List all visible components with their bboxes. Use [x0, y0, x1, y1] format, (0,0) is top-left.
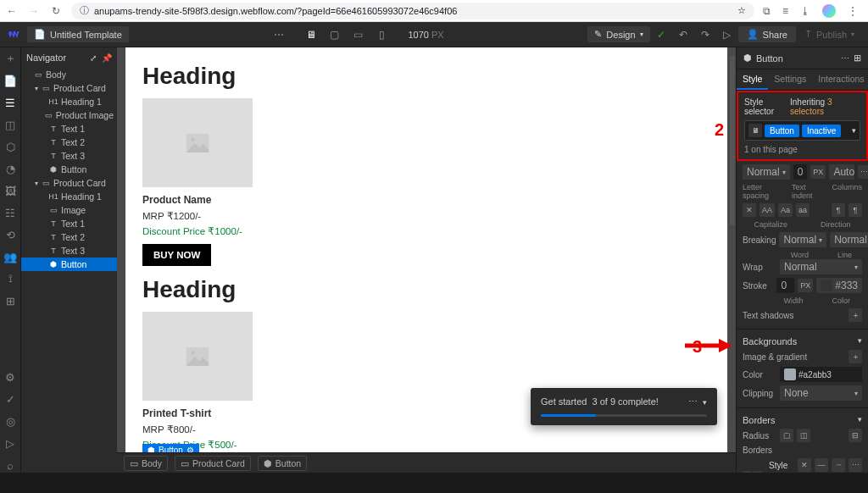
- add-icon[interactable]: ＋: [3, 51, 18, 66]
- border-dashed-icon[interactable]: ┄: [832, 458, 845, 472]
- more-icon[interactable]: ⋯: [268, 25, 290, 44]
- logic-icon[interactable]: ⟲: [3, 227, 18, 242]
- tab-settings[interactable]: Settings: [768, 69, 812, 90]
- add-icon[interactable]: ＋: [849, 350, 862, 363]
- styles-icon[interactable]: ◔: [3, 161, 18, 176]
- close-icon[interactable]: ✕: [743, 203, 756, 217]
- ltr-icon[interactable]: ¶: [832, 203, 845, 217]
- capitalize-button[interactable]: Aa: [778, 203, 793, 217]
- tree-item[interactable]: ▾▭Product Card: [21, 176, 117, 190]
- bg-color-input[interactable]: #a2abb3: [780, 367, 862, 382]
- collapse-icon[interactable]: ⤢: [90, 53, 97, 63]
- border-solid-icon[interactable]: —: [815, 458, 828, 472]
- stroke-color[interactable]: #333: [816, 278, 862, 293]
- mode-selector[interactable]: ✎ Design ▾: [587, 26, 649, 42]
- wrap-select[interactable]: Normal▾: [780, 259, 862, 274]
- pin-icon[interactable]: 📌: [102, 53, 112, 63]
- desktop-icon[interactable]: 🖥: [300, 25, 322, 44]
- check-icon[interactable]: ✓: [650, 25, 672, 44]
- product-name[interactable]: Product Name: [142, 194, 710, 206]
- tree-item[interactable]: ▭Image: [21, 203, 117, 217]
- italic-select[interactable]: Normal▾: [743, 164, 790, 180]
- selector-chip[interactable]: Button: [765, 125, 799, 137]
- word-break-select[interactable]: Normal▾: [779, 232, 826, 247]
- tree-item[interactable]: TText 3: [21, 149, 117, 163]
- tree-item[interactable]: TText 3: [21, 244, 117, 258]
- tree-item[interactable]: H1Heading 1: [21, 190, 117, 203]
- variables-icon[interactable]: ⬡: [3, 139, 18, 154]
- unit-toggle[interactable]: ⊟: [849, 429, 862, 442]
- border-dotted-icon[interactable]: ⋯: [849, 458, 862, 472]
- reload-icon[interactable]: ↻: [49, 5, 63, 17]
- assets-icon[interactable]: 🖼: [3, 183, 18, 198]
- extension-icon[interactable]: ≡: [782, 5, 788, 17]
- selector-input[interactable]: 🖥 Button Inactive ▾: [744, 120, 860, 141]
- product-discount[interactable]: Discount Price ₹500/-: [142, 439, 710, 451]
- chevron-down-icon[interactable]: ▾: [858, 415, 862, 425]
- publish-button[interactable]: ⤒ Publish ▾: [796, 26, 863, 42]
- breadcrumb-item[interactable]: ▭Product Card: [175, 456, 251, 471]
- tree-item[interactable]: TText 1: [21, 217, 117, 230]
- more-icon[interactable]: ⋯: [841, 53, 849, 63]
- auto-select[interactable]: Auto▾: [829, 164, 854, 180]
- chevron-down-icon[interactable]: ▾: [703, 398, 707, 407]
- tab-style[interactable]: Style: [737, 69, 768, 90]
- tree-item[interactable]: TText 1: [21, 122, 117, 136]
- selected-element-tag[interactable]: ⬢ Button ⚙: [142, 444, 199, 452]
- search-icon[interactable]: ⌕: [3, 457, 18, 473]
- audit-icon[interactable]: ✓: [3, 391, 18, 407]
- more-icon[interactable]: ⋯: [688, 396, 698, 407]
- video-icon[interactable]: ▷: [3, 435, 18, 451]
- site-info-icon[interactable]: ⓘ: [80, 4, 89, 17]
- gear-icon[interactable]: ⚙: [186, 446, 194, 452]
- canvas-width[interactable]: 1070 PX: [403, 30, 449, 40]
- image-placeholder[interactable]: [142, 98, 253, 187]
- heading[interactable]: Heading: [142, 276, 710, 303]
- image-placeholder[interactable]: [142, 312, 253, 401]
- value-input[interactable]: 0: [793, 164, 808, 180]
- border-none-icon[interactable]: ✕: [798, 458, 811, 472]
- ecommerce-icon[interactable]: ⟟: [3, 271, 18, 286]
- webflow-logo-icon[interactable]: [5, 26, 22, 43]
- tree-item[interactable]: ⬢Button: [21, 163, 117, 176]
- settings-icon[interactable]: ⊞: [854, 53, 861, 64]
- tree-item[interactable]: TText 2: [21, 136, 117, 149]
- apps-icon[interactable]: ⊞: [3, 293, 18, 308]
- undo-icon[interactable]: ↶: [672, 25, 694, 44]
- desktop-icon[interactable]: 🖥: [748, 124, 762, 137]
- redo-icon[interactable]: ↷: [694, 25, 716, 44]
- tree-item[interactable]: ▾▭Product Card: [21, 81, 117, 95]
- components-icon[interactable]: ◫: [3, 117, 18, 132]
- selector-chip[interactable]: Inactive: [802, 125, 841, 137]
- stroke-width-input[interactable]: 0: [776, 278, 794, 293]
- menu-icon[interactable]: ⋮: [848, 5, 858, 17]
- preview-icon[interactable]: ▷: [716, 25, 738, 44]
- product-mrp[interactable]: MRP ₹1200/-: [142, 210, 710, 222]
- profile-avatar[interactable]: [822, 4, 836, 18]
- radius-all-icon[interactable]: ▢: [780, 429, 793, 442]
- back-icon[interactable]: ←: [5, 5, 19, 17]
- radius-ind-icon[interactable]: ◫: [797, 429, 810, 442]
- add-icon[interactable]: ＋: [849, 308, 862, 322]
- product-card[interactable]: Heading Product Name MRP ₹1200/- Discoun…: [142, 63, 710, 266]
- line-break-select[interactable]: Normal▾: [830, 232, 868, 247]
- chevron-down-icon[interactable]: ▾: [858, 336, 862, 346]
- tab-interactions[interactable]: Interactions: [812, 69, 868, 90]
- border-side[interactable]: [753, 471, 762, 474]
- rtl-icon[interactable]: ¶: [849, 203, 862, 217]
- heading[interactable]: Heading: [142, 63, 710, 90]
- unit[interactable]: PX: [810, 165, 826, 179]
- navigator-icon[interactable]: ☰: [3, 95, 18, 110]
- tree-item[interactable]: ▭Product Image: [21, 108, 117, 122]
- chevron-down-icon[interactable]: ▾: [852, 126, 856, 135]
- page-selector[interactable]: 📄 Untitled Template: [27, 26, 129, 42]
- cms-icon[interactable]: ☷: [3, 205, 18, 220]
- uppercase-button[interactable]: AA: [760, 203, 775, 217]
- lowercase-button[interactable]: aa: [796, 203, 810, 217]
- tablet-icon[interactable]: ▢: [324, 25, 346, 44]
- mobile-icon[interactable]: ▯: [371, 25, 393, 44]
- download-icon[interactable]: ⭳: [800, 5, 810, 17]
- breadcrumb-item[interactable]: ⬢Button: [258, 456, 307, 471]
- buy-button[interactable]: BUY NOW: [142, 244, 211, 266]
- pages-icon[interactable]: 📄: [3, 73, 18, 88]
